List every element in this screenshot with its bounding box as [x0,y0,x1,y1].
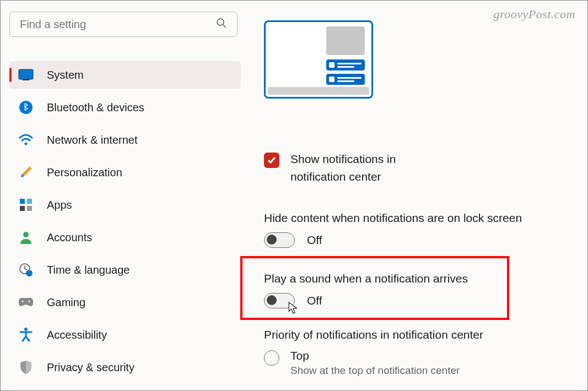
toggle-off[interactable] [264,293,295,308]
sidebar-item-label: Gaming [47,296,85,309]
sidebar-item-privacy[interactable]: Privacy & security [9,354,241,381]
svg-rect-6 [20,199,25,204]
wifi-icon [18,132,34,148]
sidebar-item-personalization[interactable]: Personalization [9,159,241,186]
sidebar-item-apps[interactable]: Apps [9,191,241,219]
setting-title: Hide content when notifications are on l… [264,211,574,225]
sidebar-item-label: Accounts [47,231,92,244]
shield-icon [18,360,34,375]
checkbox-label: Show notifications in notification cente… [290,150,434,185]
search-input[interactable] [20,18,216,31]
sidebar-item-label: System [47,69,84,82]
toggle-state-label: Off [307,294,322,307]
bluetooth-icon [18,100,34,115]
svg-point-10 [23,232,29,237]
sidebar: System Bluetooth & devices Network & int… [9,12,241,386]
sidebar-item-label: Personalization [47,166,122,179]
radio-unchecked[interactable] [264,350,279,366]
person-icon [18,230,34,245]
svg-point-5 [25,143,28,145]
sidebar-item-gaming[interactable]: Gaming [9,289,241,316]
sidebar-item-system[interactable]: System [9,61,241,89]
toggle-off[interactable] [264,232,295,248]
setting-title: Priority of notifications in notificatio… [264,328,574,341]
search-icon [216,18,227,31]
svg-point-14 [29,301,30,302]
sidebar-item-label: Privacy & security [47,361,134,374]
radio-option-top[interactable]: Top Show at the top of notification cent… [264,349,574,377]
setting-hide-content: Hide content when notifications are on l… [264,211,574,248]
setting-play-sound: Play a sound when a notification arrives… [264,268,574,308]
preview-notification [326,74,365,85]
notification-preview[interactable] [264,20,373,99]
checkbox-checked[interactable] [264,153,279,168]
brush-icon [18,165,34,180]
sidebar-item-bluetooth[interactable]: Bluetooth & devices [9,94,241,121]
sidebar-item-label: Network & internet [47,134,138,146]
setting-priority: Priority of notifications in notificatio… [264,328,574,377]
svg-point-13 [22,301,24,302]
main-content: Show notifications in notification cente… [264,20,574,391]
svg-rect-8 [20,206,25,211]
system-icon [18,67,34,83]
sidebar-item-label: Time & language [47,264,130,276]
sidebar-item-network[interactable]: Network & internet [9,126,241,154]
sidebar-item-label: Bluetooth & devices [47,101,144,114]
svg-rect-3 [23,79,29,80]
setting-title: Play a sound when a notification arrives [264,272,574,285]
sidebar-item-label: Accessibility [47,329,107,341]
radio-label: Top [290,349,460,362]
preview-taskbar [268,87,369,95]
sidebar-item-accessibility[interactable]: Accessibility [9,321,241,349]
sidebar-item-accounts[interactable]: Accounts [9,224,241,251]
svg-point-0 [217,19,224,25]
preview-panel [326,26,365,55]
radio-sublabel: Show at the top of notification center [290,365,460,377]
svg-rect-7 [27,199,32,204]
nav-list: System Bluetooth & devices Network & int… [9,61,241,381]
search-box[interactable] [9,12,238,37]
clock-globe-icon [18,262,34,278]
accessibility-icon [18,327,34,343]
svg-line-1 [223,25,226,28]
svg-rect-9 [27,206,32,211]
watermark-text: groovyPost.com [493,7,575,21]
sidebar-item-label: Apps [47,199,72,211]
toggle-state-label: Off [307,233,322,247]
setting-show-notifications[interactable]: Show notifications in notification cente… [264,150,574,185]
apps-icon [18,197,34,213]
gamepad-icon [18,295,34,310]
preview-notification [326,59,365,70]
svg-point-12 [26,270,33,276]
svg-rect-2 [19,69,33,79]
sidebar-item-time-language[interactable]: Time & language [9,256,241,284]
svg-point-15 [24,328,28,331]
